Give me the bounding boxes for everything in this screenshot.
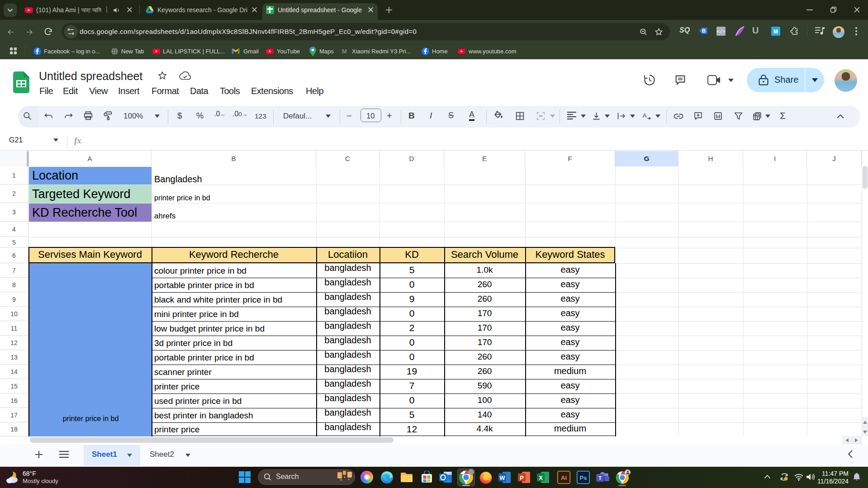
svg-text:W: W xyxy=(499,474,505,481)
svg-text:M: M xyxy=(773,28,778,35)
svg-text:T: T xyxy=(598,475,602,481)
svg-text:Ai: Ai xyxy=(561,474,567,481)
svg-text:A: A xyxy=(643,112,647,119)
svg-text:Ps: Ps xyxy=(580,474,587,481)
svg-text:</>: </> xyxy=(717,29,725,34)
svg-text:P: P xyxy=(520,474,524,481)
svg-text:X: X xyxy=(539,474,543,481)
svg-text:B: B xyxy=(702,28,706,33)
